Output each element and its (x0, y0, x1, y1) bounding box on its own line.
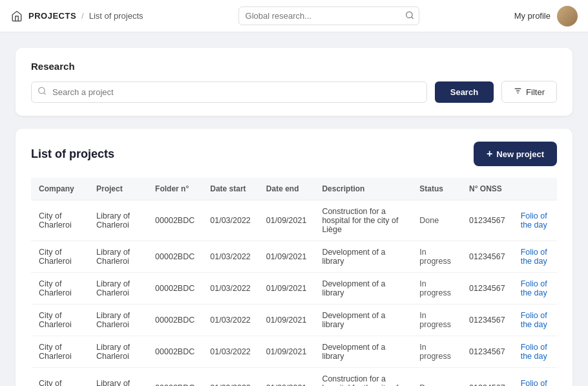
cell-status: In progress (412, 305, 461, 336)
main-content: Research Search (0, 32, 588, 386)
folio-link[interactable]: Folio of the day (521, 311, 547, 329)
folio-link[interactable]: Folio of the day (521, 343, 547, 361)
cell-date-end: 01/09/2021 (258, 336, 315, 368)
cell-project: Library of Charleroi (89, 336, 147, 368)
cell-company: City of Charleroi (31, 273, 89, 305)
cell-date-end: 01/09/2021 (258, 273, 315, 305)
research-title: Research (31, 61, 557, 72)
cell-date-start: 01/03/2022 (202, 305, 258, 336)
filter-label: Filter (526, 87, 545, 97)
global-search-input[interactable] (238, 6, 419, 25)
cell-status: In progress (412, 336, 461, 368)
cell-project: Library of Charleroi (89, 200, 147, 241)
cell-date-start: 01/03/2022 (202, 200, 258, 241)
filter-icon (514, 87, 522, 97)
global-search-area (143, 6, 514, 25)
cell-folio[interactable]: Folio of the day (513, 368, 557, 387)
col-date-end: Date end (258, 178, 315, 200)
svg-line-3 (44, 92, 46, 94)
cell-date-end: 01/09/2021 (258, 241, 315, 273)
cell-date-end: 01/09/2021 (258, 368, 315, 387)
cell-folio[interactable]: Folio of the day (513, 273, 557, 305)
research-row: Search Filter (31, 81, 557, 103)
cell-company: City of Charleroi (31, 305, 89, 336)
table-row: City of Charleroi Library of Charleroi 0… (31, 336, 557, 368)
cell-onss: 01234567 (461, 336, 513, 368)
col-description: Description (314, 178, 412, 200)
cell-folio[interactable]: Folio of the day (513, 200, 557, 241)
cell-status: In progress (412, 273, 461, 305)
cell-company: City of Charleroi (31, 241, 89, 273)
cell-onss: 01234567 (461, 241, 513, 273)
folio-link[interactable]: Folio of the day (521, 211, 547, 230)
projects-table: Company Project Folder n° Date start Dat… (31, 178, 557, 386)
cell-folder: 00002BDC (147, 368, 202, 387)
folio-link[interactable]: Folio of the day (521, 279, 547, 297)
folio-link[interactable]: Folio of the day (521, 379, 547, 386)
cell-folio[interactable]: Folio of the day (513, 336, 557, 368)
cell-status: Done (412, 368, 461, 387)
cell-description: Construction for a hospital for the city… (314, 368, 412, 387)
breadcrumb: PROJECTS / List of projects (10, 10, 143, 23)
cell-date-start: 01/03/2022 (202, 336, 258, 368)
table-row: City of Charleroi Library of Charleroi 0… (31, 200, 557, 241)
header-right: My profile (514, 6, 578, 27)
cell-company: City of Charleroi (31, 200, 89, 241)
cell-onss: 01234567 (461, 273, 513, 305)
cell-folder: 00002BDC (147, 200, 202, 241)
table-row: City of Charleroi Library of Charleroi 0… (31, 368, 557, 387)
global-search-wrap (238, 6, 419, 25)
cell-company: City of Charleroi (31, 336, 89, 368)
plus-icon: + (487, 148, 492, 160)
breadcrumb-separator: / (81, 11, 84, 21)
cell-date-end: 01/09/2021 (258, 200, 315, 241)
cell-date-start: 01/03/2022 (202, 241, 258, 273)
list-card: List of projects + New project Company P… (16, 129, 572, 386)
cell-project: Library of Charleroi (89, 273, 147, 305)
table-row: City of Charleroi Library of Charleroi 0… (31, 273, 557, 305)
new-project-label: New project (496, 149, 544, 159)
cell-description: Development of a library (314, 336, 412, 368)
cell-folder: 00002BDC (147, 273, 202, 305)
col-onss: N° ONSS (461, 178, 513, 200)
cell-date-end: 01/09/2021 (258, 305, 315, 336)
cell-project: Library of Charleroi (89, 368, 147, 387)
folio-link[interactable]: Folio of the day (521, 248, 547, 266)
global-search-icon (405, 10, 414, 21)
cell-project: Library of Charleroi (89, 305, 147, 336)
project-search-wrap (31, 81, 427, 103)
col-folder: Folder n° (147, 178, 202, 200)
cell-status: In progress (412, 241, 461, 273)
header: PROJECTS / List of projects My profile (0, 0, 588, 32)
breadcrumb-projects-label[interactable]: PROJECTS (28, 11, 76, 21)
cell-onss: 01234567 (461, 200, 513, 241)
cell-description: Development of a library (314, 241, 412, 273)
cell-onss: 01234567 (461, 368, 513, 387)
col-date-start: Date start (202, 178, 258, 200)
cell-description: Development of a library (314, 273, 412, 305)
cell-folder: 00002BDC (147, 241, 202, 273)
cell-folio[interactable]: Folio of the day (513, 241, 557, 273)
cell-description: Development of a library (314, 305, 412, 336)
cell-date-start: 01/03/2022 (202, 368, 258, 387)
cell-date-start: 01/03/2022 (202, 273, 258, 305)
new-project-button[interactable]: + New project (474, 142, 557, 166)
filter-button[interactable]: Filter (501, 81, 557, 103)
cell-folio[interactable]: Folio of the day (513, 305, 557, 336)
cell-status: Done (412, 200, 461, 241)
col-company: Company (31, 178, 89, 200)
breadcrumb-current-label: List of projects (89, 11, 143, 21)
cell-folder: 00002BDC (147, 336, 202, 368)
table-header-row: Company Project Folder n° Date start Dat… (31, 178, 557, 200)
avatar[interactable] (557, 6, 578, 27)
col-project: Project (89, 178, 147, 200)
col-status: Status (412, 178, 461, 200)
home-icon[interactable] (10, 10, 23, 23)
research-card: Research Search (16, 48, 572, 116)
cell-company: City of Charleroi (31, 368, 89, 387)
project-search-input[interactable] (31, 81, 427, 103)
cell-folder: 00002BDC (147, 305, 202, 336)
project-search-icon (37, 87, 47, 98)
my-profile-label[interactable]: My profile (514, 11, 551, 21)
search-button[interactable]: Search (435, 81, 494, 103)
